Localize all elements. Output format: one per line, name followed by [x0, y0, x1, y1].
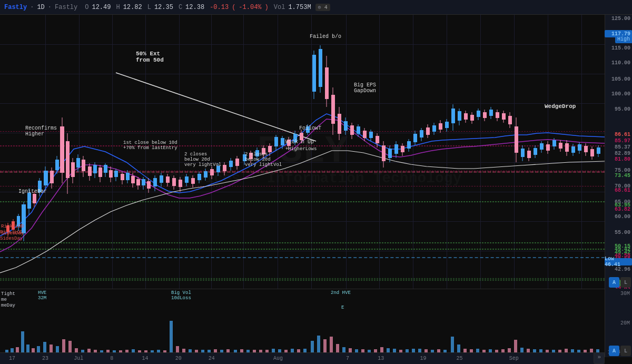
svg-rect-109 [325, 67, 329, 99]
svg-rect-49 [136, 179, 140, 185]
zoom-badge: ⊕ 4 [315, 4, 330, 11]
zoom-val: 4 [324, 5, 328, 11]
grid-v-4 [145, 15, 146, 289]
svg-rect-145 [439, 123, 442, 130]
grid-v-16 [548, 15, 548, 289]
annotation-failed-bo: Failed b/o [310, 34, 341, 40]
svg-rect-25 [71, 162, 75, 177]
svg-rect-47 [131, 176, 135, 183]
time-19: 19 [420, 356, 427, 361]
price-line-16 [0, 257, 605, 258]
a-button-price[interactable]: A [609, 277, 619, 288]
svg-rect-175 [534, 148, 537, 155]
svg-rect-185 [565, 143, 569, 152]
grid-v-3 [112, 15, 113, 289]
ticker-name: Fastly [4, 4, 27, 11]
al-buttons-price: A L [609, 277, 631, 288]
svg-rect-193 [590, 149, 594, 156]
grid-v-1 [45, 15, 46, 289]
close-label: C [179, 4, 182, 11]
time-jul: Jul [74, 356, 83, 361]
price-7345: 73.45 [605, 172, 632, 179]
svg-rect-67 [191, 178, 195, 184]
svg-rect-57 [160, 175, 163, 183]
change-pct-close: ) [265, 4, 269, 11]
svg-rect-153 [464, 113, 468, 120]
change-pct: ( [232, 4, 235, 11]
price-4296: 42.96 [605, 265, 632, 273]
svg-rect-55 [153, 178, 157, 186]
svg-rect-21 [60, 126, 64, 173]
price-95: 95.00 [605, 105, 632, 113]
low-val: 12.35 [154, 4, 173, 11]
risk-lod: Risk LOD [1, 224, 24, 229]
svg-rect-125 [376, 136, 379, 143]
price-line-1 [0, 131, 605, 132]
svg-rect-95 [281, 138, 284, 145]
price-line-8 [0, 202, 605, 202]
price-line-14 [0, 279, 605, 280]
price-line-3 [0, 146, 605, 146]
scroll-right-button[interactable]: » [594, 352, 605, 364]
al-buttons-vol: A L [609, 346, 631, 356]
grid-v-2 [79, 15, 80, 289]
ticker-info: Fastly · 1D · Fastly O 12.49 H 12.82 L 1… [4, 4, 311, 11]
grid-v-5 [179, 15, 180, 289]
annotation-2closes-1: 2 closesbelow 20dvery lightVol [184, 152, 221, 168]
svg-rect-13 [38, 181, 42, 192]
vol-level-high: 30M [605, 291, 632, 297]
svg-rect-61 [172, 178, 176, 186]
a-button-vol[interactable]: A [609, 346, 619, 356]
change-pct-val: -1.04% [239, 4, 261, 11]
svg-rect-165 [502, 113, 506, 120]
annotation-big-eps: Big EPSGapDown [354, 82, 376, 94]
time-13: 13 [378, 356, 384, 361]
annotation-higher-lows: +HigherLows [285, 146, 317, 152]
price-axis: High 125.00 117.79 115.00 110.00 105.00 … [605, 15, 632, 289]
price-60: 60.00 [605, 213, 632, 220]
l-button-vol[interactable]: L [620, 346, 631, 356]
separator: · [30, 4, 34, 11]
time-17: 17 [9, 356, 15, 361]
annotation-50ext: 50% Extfrom 50d [136, 51, 164, 63]
time-aug7: 7 [346, 356, 349, 361]
chart-container: Fastly · 1D · Fastly O 12.49 H 12.82 L 1… [0, 0, 632, 364]
svg-rect-151 [458, 111, 461, 121]
svg-rect-99 [293, 134, 297, 142]
grid-v-6 [211, 15, 212, 289]
time-8: 8 [110, 356, 113, 361]
svg-rect-223 [170, 321, 173, 356]
svg-rect-101 [300, 133, 303, 140]
high-badge: High [615, 35, 632, 43]
svg-rect-121 [363, 131, 367, 138]
svg-rect-29 [82, 160, 85, 171]
grid-v-12 [413, 15, 413, 289]
main-chart[interactable]: FSLY IT Services · Information Technolog… [0, 15, 605, 289]
svg-rect-51 [142, 179, 145, 185]
l-button-price[interactable]: L [620, 277, 631, 288]
open-val: 12.49 [92, 4, 111, 11]
price-line-10 [0, 243, 605, 243]
svg-rect-43 [121, 174, 124, 180]
sides-day-label: SidesDay [0, 236, 23, 241]
time-14: 14 [142, 356, 149, 361]
svg-rect-191 [584, 146, 588, 152]
svg-rect-9 [27, 193, 31, 209]
svg-rect-53 [147, 181, 151, 189]
grid-v-8 [278, 15, 278, 289]
svg-rect-167 [508, 116, 512, 124]
price-115: 115.00 [605, 44, 632, 52]
sep2: · [48, 4, 52, 11]
time-24: 24 [209, 356, 215, 361]
svg-rect-163 [496, 112, 499, 118]
price-100: 100.00 [605, 90, 632, 97]
price-line-13 [0, 278, 605, 279]
vol-val: 1.753M [288, 4, 311, 11]
svg-rect-127 [382, 145, 386, 161]
svg-rect-45 [126, 173, 130, 180]
svg-rect-105 [312, 55, 316, 92]
time-20: 20 [175, 356, 182, 361]
change-val: -0.13 [210, 4, 229, 11]
svg-rect-59 [166, 176, 170, 183]
svg-rect-129 [388, 149, 392, 158]
